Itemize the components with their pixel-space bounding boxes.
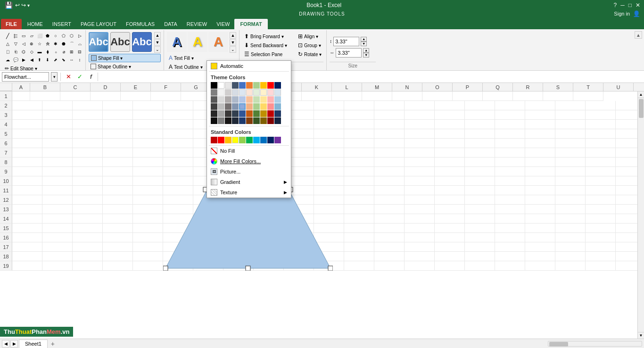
color-swatch[interactable] — [260, 89, 267, 96]
grid-cell[interactable] — [362, 91, 392, 101]
col-header-q[interactable]: Q — [483, 83, 513, 91]
shape-icon[interactable]: ◀ — [28, 56, 35, 64]
color-swatch[interactable] — [267, 117, 274, 124]
color-swatch[interactable] — [239, 82, 246, 89]
minimize-icon[interactable]: ─ — [620, 2, 625, 8]
name-box[interactable] — [2, 72, 49, 82]
color-swatch[interactable] — [260, 96, 267, 103]
color-swatch[interactable] — [211, 103, 217, 110]
color-swatch[interactable] — [274, 89, 281, 96]
shape-icon[interactable]: ⌬ — [20, 48, 27, 56]
shape-icon[interactable]: ⬣ — [60, 40, 67, 48]
tab-data[interactable]: DATA — [159, 19, 182, 29]
col-header-e[interactable]: E — [121, 83, 151, 91]
tab-insert[interactable]: INSERT — [48, 19, 76, 29]
tab-file[interactable]: FILE — [1, 19, 22, 29]
col-header-n[interactable]: N — [392, 83, 422, 91]
height-up[interactable]: ▲ — [361, 37, 367, 41]
row-header[interactable]: 1 — [0, 91, 12, 101]
tab-view[interactable]: VIEW — [212, 19, 234, 29]
shape-icon[interactable]: ▶ — [20, 56, 27, 64]
align-button[interactable]: ⊞ Align ▾ — [296, 32, 323, 41]
wordart-style-1[interactable]: A — [167, 32, 187, 52]
grid-cell[interactable] — [30, 91, 60, 101]
std-color-10[interactable] — [274, 137, 281, 143]
std-color-6[interactable] — [246, 137, 253, 143]
color-swatch[interactable] — [232, 110, 239, 117]
color-swatch[interactable] — [218, 82, 224, 89]
shape-icon[interactable]: ☆ — [36, 40, 43, 48]
style-more[interactable]: ⌄ — [154, 46, 161, 53]
add-sheet-button[interactable]: + — [49, 340, 57, 348]
color-swatch[interactable] — [246, 117, 253, 124]
shape-icon[interactable]: ⎗ — [12, 48, 19, 56]
shape-icon[interactable]: ⬦ — [52, 48, 59, 56]
col-header-u[interactable]: U — [603, 83, 634, 91]
insert-function-button[interactable]: f — [86, 72, 96, 82]
help-icon[interactable]: ? — [614, 2, 617, 8]
grid-cell[interactable] — [392, 91, 422, 101]
color-swatch[interactable] — [239, 103, 246, 110]
shape-icon[interactable]: ▬ — [36, 48, 43, 56]
col-header-s[interactable]: S — [543, 83, 573, 91]
color-swatch[interactable] — [274, 96, 281, 103]
color-swatch[interactable] — [211, 117, 217, 124]
std-color-8[interactable] — [260, 137, 267, 143]
shape-icon[interactable]: ◁ — [20, 40, 27, 48]
color-swatch[interactable] — [246, 103, 253, 110]
col-header-o[interactable]: O — [422, 83, 453, 91]
grid-cell[interactable] — [453, 91, 483, 101]
shape-fill-button[interactable]: Shape Fill ▾ — [89, 54, 161, 62]
color-swatch[interactable] — [232, 103, 239, 110]
cancel-formula-button[interactable]: ✕ — [64, 72, 73, 82]
color-swatch[interactable] — [211, 96, 217, 103]
shape-icon[interactable]: ⛤ — [44, 40, 51, 48]
tab-page-layout[interactable]: PAGE LAYOUT — [76, 19, 121, 29]
undo-icon[interactable]: ↩ — [15, 2, 20, 8]
hscroll-thumb[interactable] — [549, 342, 568, 347]
close-icon[interactable]: ✕ — [636, 2, 640, 8]
std-color-2[interactable] — [218, 137, 224, 143]
shape-icon[interactable]: ⬈ — [52, 56, 59, 64]
shape-icon[interactable]: ⊞ — [68, 48, 75, 56]
grid-cell[interactable] — [60, 91, 91, 101]
shape-icon[interactable]: △ — [4, 40, 11, 48]
color-swatch[interactable] — [267, 82, 274, 89]
color-swatch[interactable] — [225, 82, 231, 89]
width-input[interactable] — [336, 48, 362, 58]
color-swatch[interactable] — [253, 89, 260, 96]
color-swatch[interactable] — [267, 110, 274, 117]
selection-pane-button[interactable]: ☰ Selection Pane — [242, 50, 294, 58]
scroll-thumb[interactable] — [639, 99, 644, 118]
shape-icon[interactable]: ⬟ — [44, 32, 51, 40]
color-swatch[interactable] — [218, 89, 224, 96]
account-icon[interactable]: 👤 — [633, 10, 640, 17]
rotate-button[interactable]: ↻ Rotate ▾ — [296, 50, 323, 58]
color-swatch[interactable] — [253, 103, 260, 110]
style-scroll-down[interactable]: ▼ — [154, 39, 161, 46]
grid-cell[interactable] — [121, 91, 151, 101]
shape-icon[interactable]: ○ — [52, 32, 59, 40]
std-color-7[interactable] — [253, 137, 260, 143]
shape-icon[interactable]: ⬡ — [68, 32, 75, 40]
shape-icon[interactable]: 💬 — [12, 56, 19, 64]
automatic-color-item[interactable]: Automatic — [207, 61, 291, 71]
name-box-dropdown[interactable]: ▾ — [51, 72, 58, 82]
hscroll-track[interactable] — [548, 341, 642, 347]
scroll-down-button[interactable]: ▼ — [638, 332, 644, 339]
height-down[interactable]: ▼ — [361, 41, 367, 46]
redo-icon[interactable]: ↪ — [21, 2, 26, 8]
grid-cell[interactable] — [543, 91, 573, 101]
std-color-1[interactable] — [211, 137, 217, 143]
color-swatch[interactable] — [225, 117, 231, 124]
sheet-tab-1[interactable]: Sheet1 — [19, 340, 48, 348]
grid-cell[interactable] — [302, 91, 332, 101]
color-swatch[interactable] — [225, 89, 231, 96]
color-swatch[interactable] — [260, 82, 267, 89]
abc-style-2[interactable]: Abc — [110, 32, 130, 52]
color-swatch[interactable] — [239, 110, 246, 117]
shape-icon[interactable]: ⌀ — [60, 48, 67, 56]
color-swatch[interactable] — [246, 89, 253, 96]
col-header-b[interactable]: B — [30, 83, 60, 91]
shape-outline-button[interactable]: Shape Outline ▾ — [89, 63, 161, 70]
